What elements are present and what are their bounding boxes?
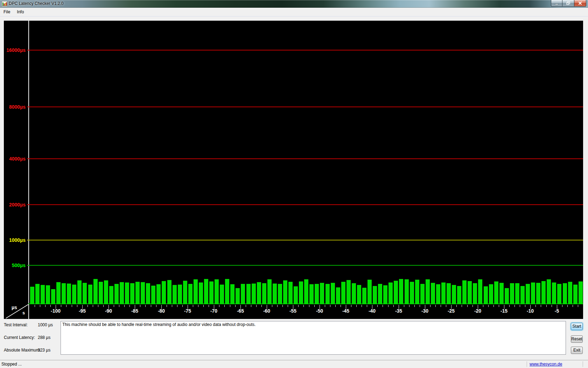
info-textbox[interactable]: This machine should be able to handle re… [61,321,566,355]
latency-bar [357,285,361,304]
latency-bar [520,286,525,304]
latency-bar [420,284,425,304]
latency-bar [405,279,409,304]
latency-bar [130,283,134,304]
reset-button[interactable]: Reset [571,335,583,343]
x-tick [93,305,93,307]
latency-bar [114,284,119,304]
x-tick-label: -25 [443,308,459,314]
menubar: FileInfo [0,8,588,16]
latency-bar [378,284,382,304]
menu-info[interactable]: Info [14,8,27,15]
x-tick [314,305,315,307]
latency-bar [552,282,556,304]
latency-bar [431,283,435,304]
latency-bar [410,282,414,304]
x-tick [298,305,299,307]
x-tick-label: -70 [206,308,222,314]
x-tick [356,305,357,307]
x-tick [493,305,494,307]
y-axis-line [28,21,29,319]
latency-bar [531,282,535,304]
latency-bar [426,279,430,304]
x-tick [525,305,525,307]
x-tick-label: -45 [338,308,354,314]
latency-bar [88,285,92,304]
gridline-500us [27,265,583,266]
latency-bar [478,279,482,304]
x-tick [219,305,219,307]
latency-bar [230,284,234,304]
close-button[interactable] [574,0,586,7]
info-text: This machine should be able to handle re… [62,322,255,327]
x-tick [256,305,257,307]
x-tick [182,305,183,307]
latency-bar [252,284,256,304]
x-tick [562,305,562,307]
latency-bar [104,280,108,304]
x-tick [330,305,330,307]
exit-button[interactable]: Exit [571,347,583,354]
latency-bar [557,284,561,304]
latency-bar [162,281,166,304]
latency-bar [579,281,583,304]
x-tick [193,305,193,307]
latency-bar [304,279,308,304]
latency-bar [225,279,229,304]
latency-bar [394,281,398,304]
latency-bar [41,285,45,304]
x-tick [130,305,130,307]
latency-bar [473,283,477,304]
latency-bar [484,286,488,304]
latency-bar [67,284,71,304]
latency-bar [499,283,504,304]
statusbar-divider [527,361,527,367]
x-tick-label: -5 [549,308,565,314]
latency-bar [173,285,177,304]
latency-bar [541,281,546,304]
stat-value: 288 µs [38,335,50,340]
start-button[interactable]: Start [571,323,583,330]
latency-bar [415,280,419,304]
x-tick [325,305,325,307]
x-tick [472,305,473,307]
y-axis-unit-label: µs [12,305,17,310]
latency-bar [326,284,330,304]
x-tick [541,305,541,307]
latency-bar [109,286,113,304]
statusbar: Stopped ... www.thesycon.de [0,360,588,368]
latency-bar [320,283,324,304]
latency-bar [194,279,198,304]
menu-file[interactable]: File [0,8,13,15]
x-tick-label: -15 [496,308,512,314]
x-tick-label: -65 [233,308,248,314]
latency-bar [447,283,451,304]
restore-button[interactable] [562,0,574,7]
gridline-16000us [27,50,583,50]
x-tick [277,305,278,307]
x-tick [483,305,483,307]
latency-bar [547,279,551,304]
latency-bar [262,283,266,304]
window-controls [551,0,586,7]
minimize-button[interactable] [551,0,562,7]
titlebar: DPC Latency Checker V1.2.0 [0,0,588,8]
stat-label: Absolute Maximum: [4,348,38,353]
x-tick [383,305,383,307]
latency-bar [362,288,366,304]
thesycon-link[interactable]: www.thesycon.de [530,362,562,367]
x-tick [388,305,388,307]
stat-value: 323 µs [38,348,50,353]
latency-bar [62,283,66,304]
latency-bar [352,283,356,304]
stat-label: Test Interval: [4,322,38,327]
x-tick-label: -30 [417,308,433,314]
gridline-label-500us: 500µs [4,262,26,268]
stat-value: 1000 µs [38,322,53,327]
gridline-1000us [27,240,583,240]
x-tick [499,305,499,307]
latency-bar [568,282,572,304]
latency-bar [141,282,145,304]
latency-bar [267,279,272,304]
x-tick-label: -55 [285,308,301,314]
